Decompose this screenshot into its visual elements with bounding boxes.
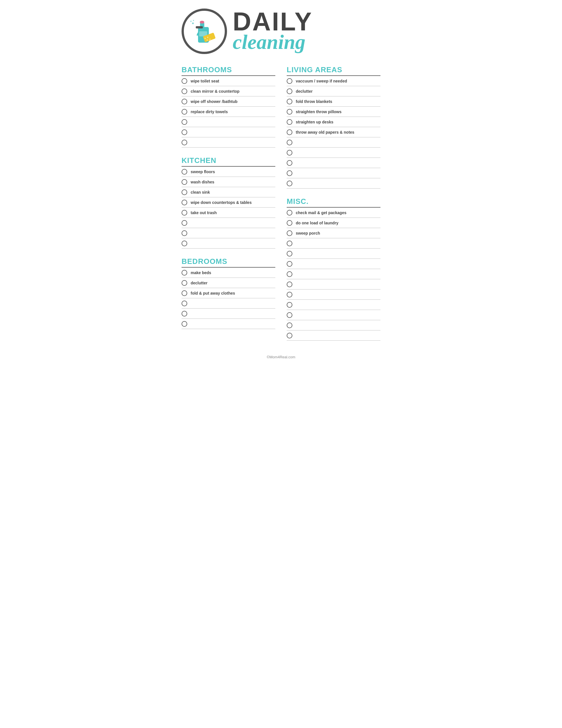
- checklist-item[interactable]: make beds: [182, 268, 275, 278]
- left-column: BATHROOMSwipe toilet seatclean mirror & …: [182, 65, 275, 349]
- item-text: replace dirty towels: [191, 109, 228, 114]
- checklist-item[interactable]: [182, 298, 275, 309]
- checkbox-circle[interactable]: [182, 169, 187, 175]
- checkbox-circle[interactable]: [287, 292, 292, 297]
- checkbox-circle[interactable]: [287, 210, 292, 216]
- checklist-item[interactable]: [287, 320, 380, 330]
- checkbox-circle[interactable]: [287, 78, 292, 84]
- checklist-item[interactable]: [287, 238, 380, 249]
- checkbox-circle[interactable]: [287, 322, 292, 328]
- checklist-item[interactable]: do one load of laundry: [287, 218, 380, 228]
- checkbox-circle[interactable]: [287, 119, 292, 125]
- checkbox-circle[interactable]: [287, 170, 292, 176]
- checklist-item[interactable]: fold & put away clothes: [182, 288, 275, 298]
- checkbox-circle[interactable]: [182, 99, 187, 104]
- checkbox-circle[interactable]: [182, 311, 187, 317]
- checkbox-circle[interactable]: [287, 160, 292, 166]
- checkbox-circle[interactable]: [287, 220, 292, 226]
- checklist-item[interactable]: sweep porch: [287, 228, 380, 238]
- checklist-item[interactable]: wipe off shower /bathtub: [182, 96, 275, 107]
- checklist-item[interactable]: wipe down countertops & tables: [182, 197, 275, 208]
- checkbox-circle[interactable]: [287, 312, 292, 318]
- checklist-item[interactable]: [182, 228, 275, 238]
- checkbox-circle[interactable]: [287, 88, 292, 94]
- checkbox-circle[interactable]: [287, 181, 292, 186]
- checklist-item[interactable]: [287, 137, 380, 148]
- checkbox-circle[interactable]: [287, 251, 292, 257]
- checklist-item[interactable]: [287, 249, 380, 259]
- checklist-item[interactable]: [182, 309, 275, 319]
- checkbox-circle[interactable]: [287, 129, 292, 135]
- checkbox-circle[interactable]: [287, 150, 292, 156]
- checkbox-circle[interactable]: [182, 290, 187, 296]
- checklist-item[interactable]: clean sink: [182, 187, 275, 197]
- checkbox-circle[interactable]: [287, 230, 292, 236]
- checkbox-circle[interactable]: [287, 109, 292, 115]
- checkbox-circle[interactable]: [287, 282, 292, 287]
- checklist-item[interactable]: straighten up desks: [287, 117, 380, 127]
- checklist-item[interactable]: clean mirror & countertop: [182, 86, 275, 96]
- section-bathrooms: BATHROOMSwipe toilet seatclean mirror & …: [182, 65, 275, 148]
- checklist-item[interactable]: replace dirty towels: [182, 107, 275, 117]
- checkbox-circle[interactable]: [182, 270, 187, 276]
- checkbox-circle[interactable]: [182, 200, 187, 205]
- checkbox-circle[interactable]: [182, 241, 187, 246]
- checkbox-circle[interactable]: [182, 88, 187, 94]
- section-title-living-areas: LIVING AREAS: [287, 65, 380, 74]
- checklist-item[interactable]: [287, 269, 380, 279]
- checkbox-circle[interactable]: [287, 241, 292, 246]
- checklist-item[interactable]: wipe toilet seat: [182, 76, 275, 86]
- svg-point-3: [192, 22, 194, 24]
- checklist-item[interactable]: [287, 310, 380, 320]
- checkbox-circle[interactable]: [182, 119, 187, 125]
- checklist-item[interactable]: [287, 178, 380, 189]
- checklist-item[interactable]: [287, 168, 380, 178]
- checklist-item[interactable]: declutter: [287, 86, 380, 96]
- checklist-item[interactable]: [287, 300, 380, 310]
- checkbox-circle[interactable]: [287, 333, 292, 338]
- checklist-item[interactable]: [182, 127, 275, 137]
- svg-point-4: [190, 21, 192, 22]
- checklist-item[interactable]: vaccuum / sweep if needed: [287, 76, 380, 86]
- checklist-item[interactable]: [182, 218, 275, 228]
- svg-point-7: [200, 21, 204, 24]
- checkbox-circle[interactable]: [182, 210, 187, 216]
- checkbox-circle[interactable]: [182, 129, 187, 135]
- checklist-item[interactable]: [287, 259, 380, 269]
- checkbox-circle[interactable]: [182, 78, 187, 84]
- checklist-item[interactable]: [182, 117, 275, 127]
- section-misc: MISC.check mail & get packagesdo one loa…: [287, 197, 380, 341]
- checkbox-circle[interactable]: [182, 230, 187, 236]
- checklist-item[interactable]: [287, 148, 380, 158]
- checkbox-circle[interactable]: [287, 271, 292, 277]
- checklist-item[interactable]: straighten throw pillows: [287, 107, 380, 117]
- checkbox-circle[interactable]: [182, 280, 187, 286]
- checkbox-circle[interactable]: [182, 140, 187, 145]
- checkbox-circle[interactable]: [182, 189, 187, 195]
- checklist-item[interactable]: throw away old papers & notes: [287, 127, 380, 137]
- checkbox-circle[interactable]: [287, 140, 292, 145]
- checklist-item[interactable]: [287, 279, 380, 289]
- checklist-item[interactable]: take out trash: [182, 208, 275, 218]
- checkbox-circle[interactable]: [182, 301, 187, 306]
- checklist-item[interactable]: [182, 319, 275, 329]
- checkbox-circle[interactable]: [182, 321, 187, 327]
- checklist-item[interactable]: sweep floors: [182, 167, 275, 177]
- item-text: take out trash: [191, 210, 217, 215]
- checkbox-circle[interactable]: [182, 179, 187, 185]
- checklist-item[interactable]: [287, 330, 380, 341]
- checkbox-circle[interactable]: [287, 302, 292, 308]
- checkbox-circle[interactable]: [182, 109, 187, 115]
- checkbox-circle[interactable]: [287, 261, 292, 267]
- checklist-item[interactable]: wash dishes: [182, 177, 275, 187]
- checkbox-circle[interactable]: [182, 220, 187, 226]
- checklist-item[interactable]: declutter: [182, 278, 275, 288]
- section-title-bathrooms: BATHROOMS: [182, 65, 275, 74]
- checkbox-circle[interactable]: [287, 99, 292, 104]
- checklist-item[interactable]: check mail & get packages: [287, 208, 380, 218]
- checklist-item[interactable]: fold throw blankets: [287, 96, 380, 107]
- checklist-item[interactable]: [287, 289, 380, 300]
- checklist-item[interactable]: [182, 238, 275, 249]
- checklist-item[interactable]: [182, 137, 275, 148]
- checklist-item[interactable]: [287, 158, 380, 168]
